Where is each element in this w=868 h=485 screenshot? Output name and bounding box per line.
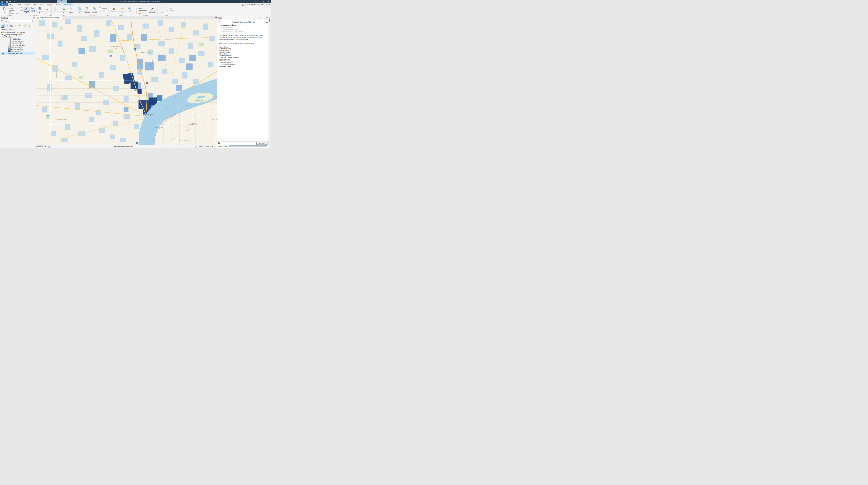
list-by-labeling-button[interactable] xyxy=(23,24,26,27)
navigate-dialog-launcher[interactable] xyxy=(50,15,51,16)
close-tab-icon[interactable] xyxy=(59,17,61,18)
notifications-bell-icon[interactable] xyxy=(268,4,270,6)
tab-analysis[interactable]: Analysis xyxy=(23,3,32,6)
list-by-source-button[interactable] xyxy=(5,24,9,27)
map-label: WINDSOR xyxy=(155,127,163,128)
bookmarks-button[interactable]: Bookmarks xyxy=(36,7,43,13)
tab-project[interactable]: Project xyxy=(0,3,8,6)
redo-icon[interactable] xyxy=(12,1,14,3)
next-extent-button[interactable] xyxy=(20,9,23,12)
tab-edit[interactable]: Edit xyxy=(39,3,45,6)
view-unplaced-button[interactable]: View Unplaced xyxy=(135,9,147,12)
paste-button[interactable]: Paste xyxy=(1,7,8,13)
refresh-icon[interactable] xyxy=(214,146,216,148)
cut-button[interactable]: Cut xyxy=(8,7,18,9)
maximize-button[interactable] xyxy=(262,0,266,3)
tab-appearance[interactable]: Appearance xyxy=(62,3,74,6)
customize-quick-access-icon[interactable] xyxy=(14,1,16,2)
map-canvas[interactable]: HIGHLANDPARKHAMTRAMCKDETROITDEARBORNWIND… xyxy=(36,19,217,146)
task-step[interactable]: 4.Create positive change index xyxy=(218,30,267,32)
selection-dialog-launcher[interactable] xyxy=(107,15,108,16)
filter-icon[interactable] xyxy=(1,20,3,22)
grid-toggle-icon[interactable] xyxy=(50,146,53,148)
pin-icon[interactable] xyxy=(264,17,266,19)
search-input[interactable] xyxy=(4,20,34,23)
pause-labeling-button[interactable]: Pause xyxy=(135,7,147,9)
tab-share[interactable]: Share xyxy=(54,3,62,6)
tree-item-map[interactable]: Neighborhood Early Warning xyxy=(0,31,36,33)
list-by-snapping-button[interactable] xyxy=(19,24,22,27)
go-to-xy-button[interactable]: Go To XY xyxy=(43,7,51,12)
save-project-icon[interactable] xyxy=(6,1,8,3)
task-step[interactable]: 3.Add aggregation layer xyxy=(218,28,267,30)
infographics-button[interactable]: Infographics xyxy=(110,7,118,13)
restart-task-icon[interactable] xyxy=(218,142,220,144)
close-button[interactable]: × xyxy=(266,0,271,3)
more-labeling-button[interactable]: More xyxy=(135,12,147,14)
tab-imagery[interactable]: Imagery xyxy=(45,3,54,6)
snapping-toggle-icon[interactable] xyxy=(48,146,50,148)
select-by-attributes-button[interactable]: Select By Attributes xyxy=(84,7,91,13)
tab-view[interactable]: View xyxy=(32,3,39,6)
open-project-icon[interactable] xyxy=(3,1,5,3)
copy-button[interactable]: Copy xyxy=(8,9,18,12)
list-by-drawing-order-button[interactable] xyxy=(1,24,4,27)
expander-icon[interactable] xyxy=(1,32,2,33)
user-area[interactable]: Chris (ArcGIS Team Local Gov) xyxy=(242,3,270,6)
copy-path-button[interactable]: Copy Path xyxy=(8,12,18,14)
select-button[interactable]: Select xyxy=(76,7,83,13)
layer-checkbox-checked[interactable] xyxy=(2,53,4,55)
previous-extent-button[interactable] xyxy=(20,7,23,9)
clear-selection-button[interactable]: Clear xyxy=(99,9,107,12)
download-map-button[interactable]: Download Map xyxy=(158,7,165,14)
fixed-zoom-in-button[interactable] xyxy=(33,7,36,10)
locate-button[interactable]: Locate xyxy=(126,7,133,12)
tree-item-field[interactable]: TotalScore xyxy=(0,36,36,38)
pause-drawing-icon[interactable] xyxy=(212,146,214,148)
add-data-button[interactable]: Add Data xyxy=(60,7,67,13)
list-by-editing-button[interactable] xyxy=(14,24,18,27)
previous-view-button[interactable] xyxy=(31,10,33,13)
remove-button[interactable]: Remove xyxy=(166,9,174,12)
map-view-tab[interactable]: Neighborhood Early Warning xyxy=(36,16,62,19)
app-menu-icon[interactable] xyxy=(1,1,3,3)
coordinates-readout[interactable]: 83.1298943°W 42.4295522°N xyxy=(53,146,194,148)
map-view[interactable]: HIGHLANDPARKHAMTRAMCKDETROITDEARBORNWIND… xyxy=(36,19,217,146)
add-preset-button[interactable]: Add Preset xyxy=(67,7,74,14)
list-by-selection-button[interactable] xyxy=(10,24,13,27)
basemap-button[interactable]: Basemap xyxy=(53,7,59,13)
list-by-charts-button[interactable] xyxy=(27,24,31,27)
task-menu-icon[interactable] xyxy=(266,21,268,23)
undo-icon[interactable] xyxy=(9,1,11,3)
chevron-down-icon[interactable] xyxy=(262,18,263,18)
tab-map[interactable]: Map xyxy=(8,3,15,6)
pin-icon[interactable] xyxy=(31,17,32,19)
fixed-zoom-out-button[interactable] xyxy=(33,10,36,13)
full-extent-button[interactable] xyxy=(31,7,33,10)
tree-item-positive-change-index[interactable]: Positive Change Index xyxy=(0,33,36,36)
sync-button[interactable]: Sync xyxy=(166,7,174,9)
task-step-current[interactable]: 1. Organize indicators xyxy=(218,24,267,26)
close-icon[interactable] xyxy=(33,17,35,19)
layer-checkbox-checked[interactable] xyxy=(4,34,6,36)
close-icon[interactable] xyxy=(266,17,268,19)
expander-icon[interactable] xyxy=(2,34,3,35)
task-step[interactable]: 2.Add indicators xyxy=(218,26,267,28)
minimize-button[interactable]: – xyxy=(257,0,262,3)
back-button[interactable] xyxy=(218,21,221,24)
tab-insert[interactable]: Insert xyxy=(15,3,23,6)
tree-item-world-navigation-map[interactable]: World Navigation Map xyxy=(0,52,35,55)
measure-button[interactable]: Measure xyxy=(119,7,126,13)
explore-button[interactable]: Explore xyxy=(23,7,30,13)
tasks-help-icon[interactable]: ? xyxy=(260,17,261,19)
select-by-location-button[interactable]: Select By Location xyxy=(91,7,98,13)
next-step-button[interactable]: Next Step xyxy=(256,142,268,145)
scale-combo[interactable]: 1:65,631 xyxy=(36,146,47,148)
chevron-down-icon xyxy=(122,12,123,13)
contents-search[interactable] xyxy=(4,20,34,23)
chevron-down-icon[interactable] xyxy=(29,18,30,18)
convert-to-annotation-button[interactable]: Convert To Annotation xyxy=(148,7,157,13)
help-button[interactable]: ? xyxy=(253,0,257,3)
catalog-tab[interactable]: Catalog xyxy=(269,16,271,22)
attributes-button[interactable]: Attributes xyxy=(99,7,107,9)
